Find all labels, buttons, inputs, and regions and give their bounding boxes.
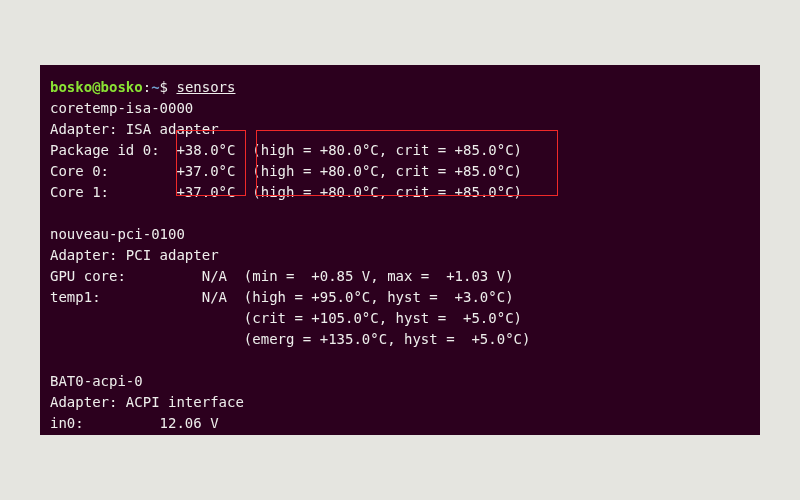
prompt-line: bosko@bosko:~$ sensors (50, 77, 750, 98)
prompt-path: ~ (151, 79, 159, 95)
nouveau-chip: nouveau-pci-0100 (50, 224, 750, 245)
nouveau-line-0: GPU core: N/A (min = +0.85 V, max = +1.0… (50, 266, 750, 287)
terminal-window[interactable]: bosko@bosko:~$ sensors coretemp-isa-0000… (40, 65, 760, 435)
nouveau-line-3: (emerg = +135.0°C, hyst = +5.0°C) (50, 329, 750, 350)
row-label: Core 1: (50, 184, 176, 200)
highlight-box-temps (176, 130, 246, 196)
prompt-sep: : (143, 79, 151, 95)
bat-line-1: curr1: 0.00 A (50, 434, 750, 435)
bat-adapter: Adapter: ACPI interface (50, 392, 750, 413)
prompt-dollar: $ (160, 79, 177, 95)
nouveau-line-1: temp1: N/A (high = +95.0°C, hyst = +3.0°… (50, 287, 750, 308)
blank-line (50, 350, 750, 371)
row-label: Package id 0: (50, 142, 176, 158)
command-text: sensors (176, 79, 235, 95)
bat-line-0: in0: 12.06 V (50, 413, 750, 434)
nouveau-adapter: Adapter: PCI adapter (50, 245, 750, 266)
bat-chip: BAT0-acpi-0 (50, 371, 750, 392)
coretemp-chip: coretemp-isa-0000 (50, 98, 750, 119)
highlight-box-ranges (256, 130, 558, 196)
nouveau-line-2: (crit = +105.0°C, hyst = +5.0°C) (50, 308, 750, 329)
prompt-user: bosko@bosko (50, 79, 143, 95)
row-label: Core 0: (50, 163, 176, 179)
blank-line (50, 203, 750, 224)
